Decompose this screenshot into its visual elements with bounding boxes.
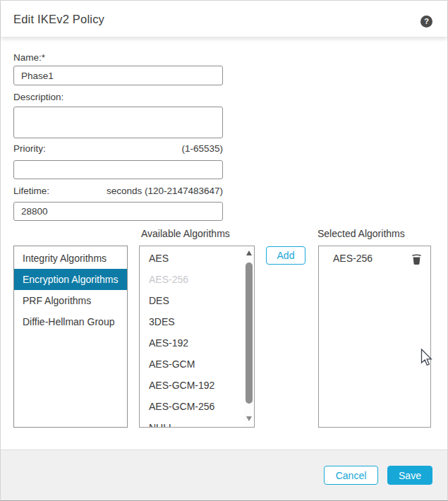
selected-item-row: AES-256 <box>319 248 430 269</box>
trash-icon[interactable] <box>411 252 423 265</box>
chevron-down-icon[interactable] <box>246 416 252 421</box>
available-item-null[interactable]: NULL <box>140 417 254 428</box>
scrollbar-thumb[interactable] <box>246 262 253 404</box>
name-input[interactable] <box>13 66 223 85</box>
description-textarea[interactable] <box>13 107 223 138</box>
available-item-aes-192[interactable]: AES-192 <box>140 332 254 354</box>
available-algorithms-list: AES AES-256 DES 3DES AES-192 AES-GCM AES… <box>139 246 255 428</box>
dialog-header: Edit IKEv2 Policy ? <box>1 1 447 37</box>
scrollbar[interactable] <box>244 246 254 427</box>
available-item-des[interactable]: DES <box>140 290 254 311</box>
available-item-aes-gcm-256[interactable]: AES-GCM-256 <box>140 396 254 417</box>
available-item-aes-256: AES-256 <box>140 269 254 290</box>
category-item-encryption[interactable]: Encryption Algorithms <box>14 269 127 290</box>
selected-algorithms-header: Selected Algorithms <box>317 228 405 239</box>
selected-item-label: AES-256 <box>333 253 373 264</box>
available-algorithms-header: Available Algorithms <box>141 228 230 239</box>
category-item-prf[interactable]: PRF Algorithms <box>14 290 127 311</box>
save-button[interactable]: Save <box>387 466 432 485</box>
priority-label: Priority: <box>13 143 46 154</box>
category-item-diffie-hellman[interactable]: Diffie-Hellman Group <box>14 311 127 332</box>
available-item-aes-gcm-192[interactable]: AES-GCM-192 <box>140 375 254 396</box>
page-title: Edit IKEv2 Policy <box>13 1 104 37</box>
algorithm-category-list: Integrity Algorithms Encryption Algorith… <box>13 246 128 428</box>
dialog-footer: Cancel Save <box>1 449 447 500</box>
priority-range-hint: (1-65535) <box>181 143 223 154</box>
lifetime-input[interactable] <box>13 202 223 221</box>
cancel-button[interactable]: Cancel <box>324 466 378 485</box>
available-item-aes-gcm[interactable]: AES-GCM <box>140 354 254 375</box>
help-icon[interactable]: ? <box>420 16 432 28</box>
edit-ikev2-policy-dialog: Edit IKEv2 Policy ? Name:* Description: … <box>0 0 448 501</box>
name-label: Name:* <box>13 52 45 63</box>
priority-input[interactable] <box>13 160 223 179</box>
lifetime-range-hint: seconds (120-2147483647) <box>107 186 223 196</box>
add-button[interactable]: Add <box>266 246 305 265</box>
available-item-3des[interactable]: 3DES <box>140 311 254 332</box>
description-label: Description: <box>13 92 63 102</box>
available-item-aes[interactable]: AES <box>140 248 254 269</box>
lifetime-label: Lifetime: <box>13 186 49 196</box>
chevron-up-icon[interactable] <box>246 250 252 255</box>
category-item-integrity[interactable]: Integrity Algorithms <box>14 248 127 269</box>
selected-algorithms-list: AES-256 <box>318 246 431 428</box>
